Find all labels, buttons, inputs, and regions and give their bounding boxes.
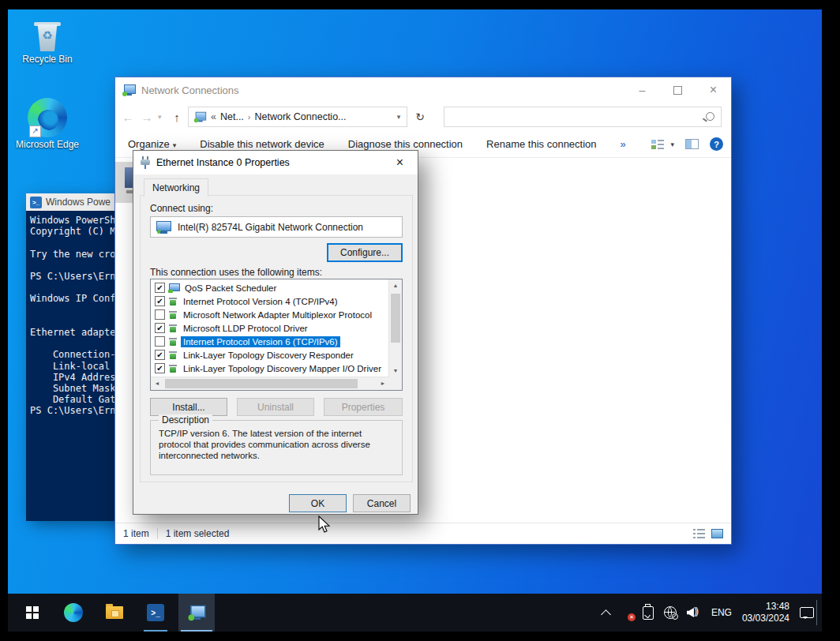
start-button[interactable]	[14, 594, 51, 632]
vertical-scroll-thumb[interactable]	[391, 294, 400, 343]
shortcut-arrow-icon: ↗	[29, 126, 41, 137]
networking-tab-panel: Connect using: Intel(R) 82574L Gigabit N…	[140, 195, 413, 482]
up-button[interactable]: ↑	[169, 111, 185, 124]
connection-item-row[interactable]: ✔Link-Layer Topology Discovery Mapper I/…	[152, 362, 388, 375]
breadcrumb-parent[interactable]: Net...	[220, 111, 244, 122]
connection-item-row[interactable]: ✔Microsoft LLDP Protocol Driver	[152, 321, 388, 335]
item-checkbox[interactable]: ✔	[155, 363, 165, 373]
dialog-close-button[interactable]: ×	[382, 151, 418, 174]
icons-view-icon[interactable]	[711, 529, 723, 538]
ethernet-properties-dialog[interactable]: Ethernet Instance 0 Properties × Network…	[133, 150, 418, 515]
recycle-symbol-icon: ♻	[34, 28, 61, 43]
defender-shield-icon[interactable]: ×	[620, 606, 632, 619]
scroll-up-icon[interactable]: ▲	[389, 279, 402, 292]
ok-button[interactable]: OK	[289, 494, 347, 512]
configure-button[interactable]: Configure...	[327, 243, 403, 262]
search-input[interactable]	[444, 107, 722, 127]
usb-device-icon[interactable]	[643, 606, 654, 620]
connection-item-row[interactable]: Internet Protocol Version 6 (TCP/IPv6)	[152, 335, 388, 348]
network-globe-icon[interactable]	[664, 606, 677, 619]
scroll-right-icon[interactable]: ►	[377, 377, 389, 390]
action-center-icon[interactable]	[800, 607, 814, 618]
item-checkbox[interactable]: ✔	[155, 350, 165, 360]
view-grid-icon	[651, 139, 664, 150]
recent-locations-dropdown[interactable]: ▾	[158, 113, 166, 121]
vertical-scrollbar[interactable]: ▲ ▼	[388, 279, 402, 377]
taskbar-network-connections-button[interactable]	[178, 594, 215, 632]
horizontal-scroll-thumb[interactable]	[165, 379, 358, 388]
refresh-button[interactable]: ↻	[411, 111, 429, 123]
taskbar-edge-button[interactable]	[55, 594, 92, 632]
scroll-corner	[389, 377, 402, 390]
explorer-titlebar[interactable]: Network Connections – ×	[115, 77, 731, 103]
language-indicator[interactable]: ENG	[711, 607, 732, 618]
tray-overflow-chevron-icon[interactable]	[601, 609, 611, 620]
speaker-icon[interactable]: ))	[687, 607, 701, 618]
scroll-down-icon[interactable]: ▼	[389, 365, 402, 377]
time: 13:48	[742, 601, 789, 613]
cancel-button[interactable]: Cancel	[353, 494, 411, 512]
description-groupbox: Description TCP/IP version 6. The latest…	[150, 420, 403, 475]
organize-menu[interactable]: Organize▾	[128, 138, 176, 150]
taskbar-powershell-button[interactable]: >_	[137, 594, 174, 632]
connection-item-row[interactable]: Microsoft Network Adapter Multiplexor Pr…	[152, 308, 388, 321]
desktop-icon-microsoft-edge[interactable]: ↗ Microsoft Edge	[14, 98, 81, 151]
address-bar[interactable]: « Net... › Network Connectio... ▾	[188, 107, 407, 127]
desktop-icon-recycle-bin[interactable]: ♻ Recycle Bin	[14, 21, 81, 66]
preview-pane-icon[interactable]	[685, 139, 699, 149]
taskbar-explorer-button[interactable]	[96, 594, 133, 632]
tab-networking[interactable]: Networking	[144, 178, 208, 197]
desktop[interactable]: ♻ Recycle Bin ↗ Microsoft Edge >_ Window…	[8, 9, 822, 632]
back-button[interactable]: ←	[120, 111, 136, 124]
item-count: 1 item	[123, 528, 149, 539]
item-checkbox[interactable]: ✔	[155, 283, 165, 293]
connection-item-row[interactable]: ✔Link-Layer Topology Discovery Responder	[152, 348, 388, 362]
properties-button: Properties	[324, 398, 403, 416]
connection-item-row[interactable]: ✔Internet Protocol Version 4 (TCP/IPv4)	[152, 294, 388, 308]
install-button[interactable]: Install...	[150, 398, 227, 416]
show-desktop-button[interactable]	[816, 600, 817, 625]
close-button[interactable]: ×	[696, 77, 731, 103]
connection-items-list: ✔QoS Packet Scheduler✔Internet Protocol …	[152, 280, 388, 377]
forward-button[interactable]: →	[139, 111, 155, 124]
connection-items-listbox[interactable]: ✔QoS Packet Scheduler✔Internet Protocol …	[150, 279, 403, 391]
rename-connection-button[interactable]: Rename this connection	[486, 138, 596, 150]
help-button[interactable]: ?	[710, 137, 723, 151]
qos-icon	[168, 283, 179, 293]
taskbar: >_ × )) ENG 13:48 03/03/2024	[8, 594, 822, 632]
item-label: Internet Protocol Version 6 (TCP/IPv6)	[181, 336, 340, 347]
dialog-titlebar[interactable]: Ethernet Instance 0 Properties ×	[133, 151, 418, 174]
item-checkbox[interactable]: ✔	[155, 323, 165, 333]
toolbar-overflow-button[interactable]: »	[621, 138, 626, 150]
protocol-icon	[168, 324, 178, 332]
minimize-button[interactable]: –	[624, 77, 660, 103]
windows-logo-icon	[26, 606, 39, 620]
breadcrumb-overflow[interactable]: «	[211, 111, 216, 122]
disable-device-button[interactable]: Disable this network device	[200, 138, 324, 150]
folder-icon	[106, 606, 123, 619]
item-checkbox[interactable]	[155, 309, 165, 320]
screen: ♻ Recycle Bin ↗ Microsoft Edge >_ Window…	[0, 0, 840, 641]
view-mode-button[interactable]: ▾	[651, 139, 674, 150]
item-checkbox[interactable]	[155, 336, 165, 347]
diagnose-connection-button[interactable]: Diagnose this connection	[348, 138, 463, 150]
clock[interactable]: 13:48 03/03/2024	[742, 601, 789, 624]
view-caret-icon: ▾	[670, 141, 674, 148]
protocol-icon	[168, 297, 178, 306]
description-label: Description	[159, 414, 212, 425]
breadcrumb-separator[interactable]: ›	[248, 112, 251, 122]
item-checkbox[interactable]: ✔	[155, 296, 165, 306]
description-text: TCP/IP version 6. The latest version of …	[159, 428, 394, 461]
horizontal-scrollbar[interactable]: ◄ ►	[151, 377, 389, 390]
details-view-icon[interactable]	[693, 529, 705, 538]
scroll-left-icon[interactable]: ◄	[151, 377, 163, 390]
connection-item-row[interactable]: ✔QoS Packet Scheduler	[152, 281, 388, 294]
address-dropdown[interactable]: ▾	[391, 113, 407, 121]
adapter-field: Intel(R) 82574L Gigabit Network Connecti…	[150, 216, 403, 238]
maximize-button[interactable]	[660, 77, 696, 103]
connect-using-label: Connect using:	[150, 203, 213, 214]
icon-label: Microsoft Edge	[14, 140, 81, 151]
powershell-icon: >_	[147, 604, 164, 621]
edge-icon	[64, 603, 83, 622]
breadcrumb-current[interactable]: Network Connectio...	[255, 111, 347, 122]
